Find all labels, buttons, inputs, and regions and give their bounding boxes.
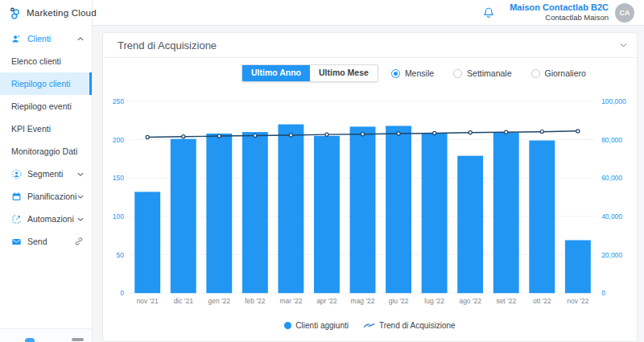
bar-apr-22[interactable] (314, 136, 340, 293)
legend-item-clienti-aggiunti[interactable]: Clienti aggiunti (284, 321, 349, 330)
sidebar-item-send[interactable]: Send (0, 230, 92, 253)
radio-dot (391, 69, 400, 78)
left-axis-tick: 0 (120, 289, 124, 297)
bar-gen-22[interactable] (206, 134, 232, 293)
trend-point-giu-22[interactable] (397, 132, 400, 135)
radio-dot (453, 69, 462, 78)
bar-dic-21[interactable] (171, 139, 196, 294)
x-axis-label-set-22: set '22 (496, 297, 516, 305)
panel-header: Trend di Acquisizione (103, 33, 637, 58)
sidebar-item-label: Segmenti (27, 169, 63, 179)
sidebar-item-clienti[interactable]: Clienti (0, 27, 92, 50)
bar-feb-22[interactable] (242, 132, 268, 293)
sidebar-footer-right-icon (72, 338, 84, 341)
bar-lug-22[interactable] (422, 133, 448, 293)
radio-mensile[interactable]: Mensile (391, 68, 434, 78)
x-axis-label-mar-22: mar '22 (279, 297, 302, 305)
left-axis-tick: 200 (113, 136, 124, 144)
sidebar-menu: ClientiElenco clientiRiepilogo clientiRi… (0, 26, 92, 253)
trend-point-mag-22[interactable] (361, 133, 364, 136)
radio-label: Settimanale (467, 68, 511, 78)
calendar-icon (11, 191, 23, 202)
logo-icon (9, 6, 23, 20)
trend-point-gen-22[interactable] (217, 134, 221, 138)
sidebar-item-automazioni[interactable]: Automazioni (0, 208, 92, 230)
avatar[interactable]: CA (615, 3, 634, 23)
bell-icon (482, 6, 495, 19)
chevron-down-icon (77, 172, 84, 176)
range-toggle-ultimo-anno[interactable]: Ultimo Anno (242, 65, 310, 81)
right-axis-tick: 40,000 (601, 212, 622, 220)
trend-point-nov-21[interactable] (146, 135, 149, 138)
topbar: Maison Contactlab B2C Contactlab Maison … (93, 0, 644, 26)
left-axis-tick: 100 (113, 212, 124, 220)
logo[interactable]: Marketing Cloud (0, 0, 92, 26)
trend-point-mar-22[interactable] (289, 134, 292, 137)
radio-giornaliero[interactable]: Giornaliero (531, 68, 586, 78)
bar-nov-21[interactable] (134, 192, 160, 293)
sidebar-item-label: KPI Eventi (11, 124, 51, 134)
sidebar-item-riepilogo-eventi[interactable]: Riepilogo eventi (0, 95, 92, 117)
sidebar-item-label: Send (27, 237, 47, 246)
bar-set-22[interactable] (493, 133, 519, 293)
legend-item-trend-di-acquisizione[interactable]: Trend di Acquisizione (363, 321, 456, 330)
range-toggle-ultimo-mese[interactable]: Ultimo Mese (310, 65, 378, 81)
radio-settimanale[interactable]: Settimanale (453, 68, 511, 78)
x-axis-label-nov-22: nov '22 (567, 297, 588, 305)
right-axis-tick: 100,000 (601, 97, 626, 105)
right-axis-tick: 60,000 (601, 174, 622, 182)
sidebar-footer-partial[interactable] (0, 328, 92, 342)
legend-line-icon (363, 322, 375, 329)
sidebar-item-pianificazioni[interactable]: Pianificazioni (0, 185, 92, 208)
sidebar-item-kpi-eventi[interactable]: KPI Eventi (0, 117, 92, 140)
chart-legend: Clienti aggiuntiTrend di Acquisizione (103, 321, 637, 330)
sidebar: Marketing Cloud ClientiElenco clientiRie… (0, 0, 93, 342)
left-axis-tick: 50 (117, 251, 125, 259)
trend-point-set-22[interactable] (505, 130, 508, 134)
trend-point-lug-22[interactable] (433, 131, 436, 134)
trend-point-apr-22[interactable] (325, 133, 328, 136)
trend-point-ott-22[interactable] (540, 130, 543, 134)
account-switcher[interactable]: Maison Contactlab B2C Contactlab Maison (510, 2, 609, 23)
main-area: Maison Contactlab B2C Contactlab Maison … (93, 0, 644, 342)
x-axis-label-giu-22: giu '22 (389, 297, 409, 305)
sidebar-item-riepilogo-clienti[interactable]: Riepilogo clienti (0, 72, 92, 95)
bar-mar-22[interactable] (278, 125, 303, 294)
bar-giu-22[interactable] (386, 126, 411, 293)
notifications-button[interactable] (482, 6, 495, 19)
legend-label: Trend di Acquisizione (379, 321, 456, 330)
sidebar-item-label: Elenco clienti (11, 56, 61, 66)
x-axis-label-mag-22: mag '22 (351, 297, 375, 305)
sidebar-item-elenco-clienti[interactable]: Elenco clienti (0, 50, 92, 72)
left-axis-tick: 250 (113, 97, 124, 105)
left-axis-tick: 150 (113, 174, 124, 182)
chevron-down-icon (77, 195, 84, 199)
app-root: Marketing Cloud ClientiElenco clientiRie… (0, 0, 644, 342)
x-axis-label-ott-22: ott '22 (533, 297, 551, 305)
right-axis-tick: 0 (601, 289, 605, 297)
x-axis-label-feb-22: feb '22 (245, 297, 265, 305)
trend-point-ago-22[interactable] (469, 131, 472, 134)
bar-nov-22[interactable] (565, 240, 591, 293)
logo-text: Marketing Cloud (27, 8, 97, 18)
sidebar-item-monitoraggio-dati[interactable]: Monitoraggio Dati (0, 140, 92, 163)
right-axis-tick: 20,000 (601, 251, 622, 259)
account-subtitle: Contactlab Maison (510, 13, 609, 22)
bar-ago-22[interactable] (457, 156, 483, 294)
trend-point-feb-22[interactable] (254, 134, 257, 138)
chart-controls: Ultimo AnnoUltimo Mese MensileSettimanal… (103, 58, 637, 89)
link-icon[interactable] (74, 237, 84, 246)
bar-ott-22[interactable] (529, 141, 555, 294)
radio-label: Giornaliero (545, 68, 586, 78)
segments-icon (11, 168, 23, 179)
sidebar-item-label: Riepilogo eventi (11, 101, 72, 111)
panel-collapse-icon[interactable] (620, 43, 627, 47)
trend-point-dic-21[interactable] (182, 135, 185, 138)
sidebar-item-label: Riepilogo clienti (11, 79, 71, 89)
sidebar-item-segmenti[interactable]: Segmenti (0, 163, 92, 185)
trend-point-nov-22[interactable] (576, 130, 580, 133)
legend-label: Clienti aggiunti (295, 321, 349, 330)
bar-mag-22[interactable] (350, 126, 376, 293)
x-axis-label-gen-22: gen '22 (208, 297, 231, 305)
legend-dot-icon (284, 322, 291, 329)
